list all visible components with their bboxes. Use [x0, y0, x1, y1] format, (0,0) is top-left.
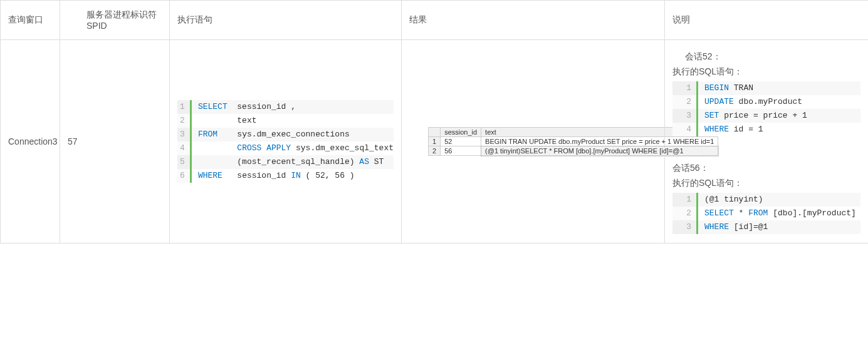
code-line-number: 3 — [177, 128, 191, 141]
header-row: 查询窗口 服务器进程标识符SPID 执行语句 结果 说明 — [1, 1, 869, 40]
code-line: (most_recent_sql_handle) AS ST — [191, 155, 394, 169]
session52-code: 1BEGIN TRAN2UPDATE dbo.myProduct3SET pri… — [672, 81, 860, 136]
cell-spid: 57 — [60, 40, 170, 243]
grid-cell-session-id: 56 — [441, 146, 481, 156]
code-line: SELECT * FROM [dbo].[myProduct] — [698, 207, 861, 220]
code-line: BEGIN TRAN — [698, 81, 861, 95]
cell-result: session_idtext152BEGIN TRAN UPDATE dbo.m… — [402, 40, 665, 243]
code-line-number: 1 — [672, 81, 698, 95]
code-line: (@1 tinyint) — [698, 193, 861, 207]
code-line-number: 2 — [177, 114, 191, 128]
code-line: WHERE id = 1 — [698, 123, 861, 136]
code-line: WHERE [id]=@1 — [698, 220, 861, 234]
session56-code: 1(@1 tinyint)2SELECT * FROM [dbo].[myPro… — [672, 193, 860, 234]
code-line: WHERE session_id IN ( 52, 56 ) — [191, 169, 394, 183]
code-line: SELECT session_id , — [191, 100, 394, 114]
session52-sub: 执行的SQL语句： — [672, 66, 860, 78]
data-row: Connection3 57 1SELECT session_id ,2 tex… — [1, 40, 869, 243]
exec-sql-code: 1SELECT session_id ,2 text3FROM sys.dm_e… — [177, 100, 394, 183]
grid-corner — [429, 128, 441, 137]
code-line-number: 1 — [672, 193, 698, 207]
code-line-number: 3 — [672, 109, 698, 123]
code-line-number: 2 — [672, 95, 698, 109]
grid-column-header: session_id — [441, 128, 481, 137]
code-line: text — [191, 114, 394, 128]
cell-window: Connection3 — [1, 40, 60, 243]
code-line-number: 4 — [672, 123, 698, 136]
grid-row: 256(@1 tinyint)SELECT * FROM [dbo].[myPr… — [429, 146, 718, 156]
code-line: UPDATE dbo.myProduct — [698, 95, 861, 109]
header-query-window: 查询窗口 — [1, 1, 60, 40]
grid-cell-session-id: 52 — [441, 137, 481, 146]
header-explain: 说明 — [665, 1, 869, 40]
code-line: FROM sys.dm_exec_connections — [191, 128, 394, 141]
grid-cell-text: (@1 tinyint)SELECT * FROM [dbo].[myProdu… — [481, 146, 718, 156]
session56-sub: 执行的SQL语句： — [672, 178, 860, 189]
code-line-number: 5 — [177, 155, 191, 169]
code-line-number: 2 — [672, 207, 698, 220]
grid-row: 152BEGIN TRAN UPDATE dbo.myProduct SET p… — [429, 137, 718, 146]
grid-row-number: 1 — [429, 137, 441, 146]
code-line: SET price = price + 1 — [698, 109, 861, 123]
session52-title: 会话52： — [672, 51, 860, 63]
grid-cell-text: BEGIN TRAN UPDATE dbo.myProduct SET pric… — [481, 137, 718, 146]
header-exec-sql: 执行语句 — [170, 1, 402, 40]
grid-row-number: 2 — [429, 146, 441, 156]
session56-title: 会话56： — [672, 163, 860, 174]
code-line-number: 4 — [177, 141, 191, 155]
header-result: 结果 — [402, 1, 665, 40]
code-line-number: 3 — [672, 220, 698, 234]
code-line-number: 6 — [177, 169, 191, 183]
code-line-number: 1 — [177, 100, 191, 114]
main-table: 查询窗口 服务器进程标识符SPID 执行语句 结果 说明 Connection3… — [0, 0, 868, 243]
code-line: CROSS APPLY sys.dm_exec_sql_text — [191, 141, 394, 155]
cell-exec-sql: 1SELECT session_id ,2 text3FROM sys.dm_e… — [170, 40, 402, 243]
header-spid: 服务器进程标识符SPID — [60, 1, 170, 40]
